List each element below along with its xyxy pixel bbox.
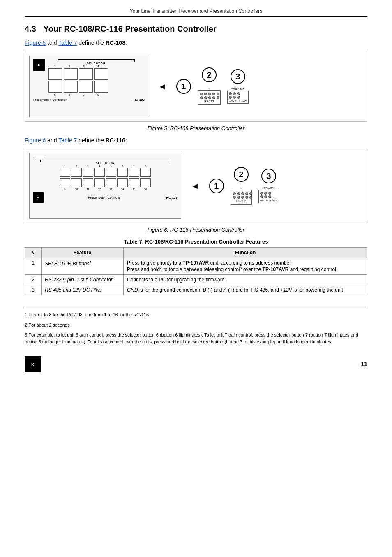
- page-header: Your Line Transmitter, Receiver and Pres…: [25, 8, 367, 17]
- figure6-caption: Figure 6: RC-116 Presentation Controller: [25, 227, 367, 233]
- callout-3-rc116: 3: [261, 169, 276, 183]
- rs232-connector-rc116: RS-232: [231, 190, 252, 205]
- selector-label-rc116: SELECTOR: [33, 162, 178, 165]
- rs485-connector-rc108: GND BA +12V: [227, 91, 249, 104]
- rc116-model: RC-116: [106, 137, 125, 144]
- selector-label-rc108: SELECTOR: [48, 62, 145, 65]
- row1-num: 1: [25, 258, 42, 275]
- figure5-caption: Figure 5: RC-108 Presentation Controller: [25, 125, 367, 131]
- figure6-container: SELECTOR 1 2 3 4 5 6 7 8: [25, 149, 367, 223]
- callout-2-rc116: 2: [234, 167, 249, 182]
- rc116-right-panel: 1 2 ↓ RS-232 3 +RS-485+: [209, 167, 279, 205]
- btn-2-rc108[interactable]: [64, 68, 78, 80]
- footnotes-section: 1 From 1 to 8 for the RC-108, and from 1…: [25, 308, 367, 345]
- footnote-3: 3 For example, to let unit 6 gain contro…: [25, 332, 367, 345]
- row2-feature: RS-232 9-pin D-sub Connector: [42, 275, 124, 285]
- btn-4-rc116[interactable]: [94, 168, 105, 177]
- btn-14-rc116[interactable]: [117, 178, 128, 187]
- row3-num: 3: [25, 285, 42, 295]
- section-title-text: Your RC-108/RC-116 Presentation Controll…: [44, 24, 217, 34]
- rs232-connector-rc108: RS-232: [198, 90, 221, 105]
- rc108-intro: Figure 5 and Table 7 define the RC-108:: [25, 39, 367, 46]
- kramer-logo-svg: K: [27, 358, 39, 370]
- page-footer: K 11: [25, 353, 367, 372]
- row3-function: GND is for the ground connection; B (-) …: [124, 285, 367, 295]
- btn-8-rc116[interactable]: [140, 168, 151, 177]
- arrow-rc108: ◄: [158, 82, 166, 91]
- btn-2-rc116[interactable]: [71, 168, 82, 177]
- section-number: 4.3: [25, 24, 36, 34]
- callout-1-rc108: 1: [176, 79, 191, 94]
- btn-3-rc108[interactable]: [79, 68, 93, 80]
- rc108-bottom-labels: Presentation Controller RC-108: [33, 98, 145, 102]
- btn-6-rc108[interactable]: [64, 81, 78, 93]
- row1-function: Press to give priority to a TP-107AVR un…: [124, 258, 367, 275]
- figure5-link[interactable]: Figure 5: [25, 39, 46, 46]
- rs485-connector-rc116: GND BA +12V: [258, 190, 279, 203]
- callout-3-rc108: 3: [231, 69, 245, 84]
- kramer-footer-logo: K: [25, 356, 41, 372]
- section-heading: 4.3 Your RC-108/RC-116 Presentation Cont…: [25, 24, 367, 34]
- col-header-function: Function: [124, 248, 367, 258]
- footnote-1: 1 From 1 to 8 for the RC-108, and from 1…: [25, 311, 367, 318]
- rc108-model: RC-108: [106, 39, 125, 46]
- btn-1-rc108[interactable]: [48, 68, 62, 80]
- btn-3-rc116[interactable]: [83, 168, 93, 177]
- btn-5-rc116[interactable]: [106, 168, 116, 177]
- rc108-diagram: K SELECTOR 1 2 3 4: [29, 56, 148, 117]
- btn-6-rc116[interactable]: [117, 168, 128, 177]
- row3-feature: RS-485 and 12V DC PINs: [42, 285, 124, 295]
- row2-num: 2: [25, 275, 42, 285]
- btn-9-rc116[interactable]: [60, 178, 70, 187]
- btn-16-rc116[interactable]: [140, 178, 151, 187]
- features-table: # Feature Function 1 SELECTOR Buttons1 P…: [25, 247, 367, 295]
- table-row-1: 1 SELECTOR Buttons1 Press to give priori…: [25, 258, 367, 275]
- btn-5-rc108[interactable]: [48, 81, 62, 93]
- btn-10-rc116[interactable]: [71, 178, 82, 187]
- btn-12-rc116[interactable]: [94, 178, 105, 187]
- table-row-3: 3 RS-485 and 12V DC PINs GND is for the …: [25, 285, 367, 295]
- table7-title: Table 7: RC-108/RC-116 Presentation Cont…: [25, 239, 367, 245]
- table-row-2: 2 RS-232 9-pin D-sub Connector Connects …: [25, 275, 367, 285]
- btn-4-rc108[interactable]: [94, 68, 108, 80]
- col-header-num: #: [25, 248, 42, 258]
- rc116-intro: Figure 6 and Table 7 define the RC-116:: [25, 137, 367, 144]
- figure5-container: K SELECTOR 1 2 3 4: [25, 51, 367, 122]
- btn-13-rc116[interactable]: [106, 178, 116, 187]
- rc116-diagram: SELECTOR 1 2 3 4 5 6 7 8: [29, 153, 181, 219]
- arrow-rc116: ◄: [191, 181, 199, 191]
- btn-7-rc108[interactable]: [79, 81, 93, 93]
- feature-selector-label: SELECTOR: [45, 261, 71, 267]
- figure6-link[interactable]: Figure 6: [25, 137, 46, 144]
- callout-1-rc116: 1: [209, 179, 224, 193]
- callout-2-rc108: 2: [202, 67, 217, 82]
- col-header-feature: Feature: [42, 248, 124, 258]
- rc108-right-panel: 1 2 ↓ RS-232 3 +RS-485+: [176, 67, 249, 105]
- header-title: Your Line Transmitter, Receiver and Pres…: [130, 8, 262, 14]
- btn-8-rc108[interactable]: [94, 81, 108, 93]
- btn-1-rc116[interactable]: [60, 168, 70, 177]
- table7-link-rc116[interactable]: Table 7: [58, 137, 77, 144]
- svg-text:K: K: [31, 362, 35, 367]
- kramer-logo-rc108: K: [33, 59, 45, 71]
- footnote-2: 2 For about 2 seconds: [25, 322, 367, 329]
- btn-15-rc116[interactable]: [129, 178, 139, 187]
- btn-11-rc116[interactable]: [83, 178, 93, 187]
- row2-function: Connects to a PC for upgrading the firmw…: [124, 275, 367, 285]
- btn-7-rc116[interactable]: [129, 168, 139, 177]
- row1-feature: SELECTOR Buttons1: [42, 258, 124, 275]
- page-number: 11: [361, 361, 367, 367]
- table7-link-rc108[interactable]: Table 7: [58, 39, 77, 46]
- kramer-logo-rc116: K: [33, 192, 44, 203]
